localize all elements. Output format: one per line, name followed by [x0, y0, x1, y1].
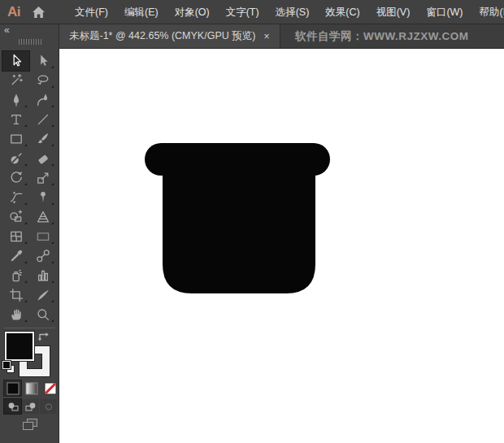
- puppet-warp-pin-icon: [35, 189, 51, 206]
- direct-selection-tool-icon: [35, 53, 51, 69]
- rectangle-tool[interactable]: [2, 129, 29, 149]
- gradient-swatch-icon: [25, 382, 38, 395]
- menu-bar: Ai 文件(F) 编辑(E) 对象(O) 文字(T) 选择(S) 效果(C) 视…: [0, 0, 504, 24]
- draw-normal-button[interactable]: [4, 399, 21, 414]
- eraser-tool[interactable]: [29, 149, 56, 168]
- screen-mode-icon: [20, 417, 40, 432]
- direct-selection-tool[interactable]: [29, 51, 56, 71]
- width-icon: [8, 189, 24, 206]
- scale-icon: [35, 170, 51, 186]
- drawing-mode-buttons: [4, 399, 57, 414]
- symbol-sprayer-icon: [8, 267, 24, 284]
- menu-edit[interactable]: 编辑(E): [116, 0, 167, 24]
- tools-panel: «: [0, 24, 59, 443]
- selection-tool-icon: [8, 53, 24, 69]
- zoom-tool[interactable]: [29, 305, 56, 324]
- perspective-grid-icon: [35, 209, 51, 225]
- menu-object[interactable]: 对象(O): [167, 0, 218, 24]
- magic-wand-tool[interactable]: [2, 71, 29, 90]
- fill-stroke-swatches: [0, 331, 59, 378]
- type-icon: [8, 111, 24, 128]
- selection-tool[interactable]: [2, 51, 29, 71]
- curvature-tool[interactable]: [29, 90, 56, 110]
- color-button[interactable]: [4, 380, 21, 396]
- change-screen-mode-button[interactable]: [0, 417, 59, 432]
- menu-window[interactable]: 窗口(W): [418, 0, 471, 24]
- draw-behind-button[interactable]: [22, 399, 39, 414]
- tools-grid: [2, 51, 56, 324]
- column-graph-icon: [35, 267, 51, 284]
- swap-fill-stroke-icon: [37, 331, 50, 341]
- hand-tool[interactable]: [2, 305, 29, 324]
- watermark-text: 软件自学网：WWW.RJZXW.COM: [295, 24, 468, 48]
- column-graph-tool[interactable]: [29, 266, 56, 285]
- draw-normal-icon: [7, 402, 20, 412]
- lasso-icon: [35, 72, 51, 89]
- menu-file[interactable]: 文件(F): [67, 0, 116, 24]
- document-tab[interactable]: 未标题-1* @ 442.65% (CMYK/GPU 预览) ×: [59, 24, 280, 48]
- paintbrush-tool[interactable]: [29, 129, 56, 149]
- swap-fill-stroke-button[interactable]: [37, 330, 50, 345]
- illustrator-window: Ai 文件(F) 编辑(E) 对象(O) 文字(T) 选择(S) 效果(C) 视…: [0, 0, 504, 443]
- pen-tool[interactable]: [2, 90, 29, 110]
- mesh-tool[interactable]: [2, 227, 29, 246]
- mesh-icon: [8, 228, 24, 245]
- menu-items: 文件(F) 编辑(E) 对象(O) 文字(T) 选择(S) 效果(C) 视图(V…: [67, 0, 504, 24]
- width-tool[interactable]: [2, 188, 29, 207]
- default-fill-stroke-button[interactable]: [2, 361, 15, 373]
- lasso-tool[interactable]: [29, 71, 56, 90]
- puppet-warp-tool[interactable]: [29, 188, 56, 207]
- line-segment-icon: [35, 111, 51, 128]
- shaper-tool[interactable]: [2, 149, 29, 168]
- menu-view[interactable]: 视图(V): [368, 0, 419, 24]
- rectangle-icon: [8, 131, 24, 147]
- symbol-sprayer-tool[interactable]: [2, 266, 29, 285]
- fill-color-swatch[interactable]: [5, 332, 34, 361]
- draw-inside-button[interactable]: [40, 399, 57, 414]
- eyedropper-tool[interactable]: [2, 246, 29, 266]
- shape-builder-tool[interactable]: [2, 207, 29, 227]
- tab-strip: 未标题-1* @ 442.65% (CMYK/GPU 预览) × 软件自学网：W…: [59, 24, 504, 49]
- pen-icon: [8, 92, 24, 108]
- menu-type[interactable]: 文字(T): [218, 0, 267, 24]
- artwork-shape[interactable]: [59, 49, 504, 443]
- perspective-grid-tool[interactable]: [29, 207, 56, 227]
- none-button[interactable]: [41, 380, 59, 396]
- canvas[interactable]: [59, 49, 504, 443]
- slice-tool[interactable]: [29, 285, 56, 305]
- eraser-icon: [35, 150, 51, 167]
- magic-wand-icon: [8, 72, 24, 89]
- gradient-icon: [35, 228, 51, 245]
- blend-icon: [35, 248, 51, 264]
- none-icon: [44, 382, 57, 395]
- draw-behind-icon: [24, 402, 37, 412]
- draw-inside-icon: [42, 402, 55, 412]
- home-icon: [31, 5, 46, 20]
- slice-icon: [35, 287, 51, 303]
- menu-help[interactable]: 帮助(H): [471, 0, 504, 24]
- tab-close-icon[interactable]: ×: [263, 32, 269, 41]
- shaper-icon: [8, 150, 24, 167]
- blend-tool[interactable]: [29, 246, 56, 266]
- menu-select[interactable]: 选择(S): [267, 0, 318, 24]
- home-button[interactable]: [31, 5, 46, 20]
- document-tab-title: 未标题-1* @ 442.65% (CMYK/GPU 预览): [69, 29, 255, 43]
- artboard-tool[interactable]: [2, 285, 29, 305]
- color-icon: [7, 382, 20, 395]
- type-tool[interactable]: [2, 110, 29, 129]
- artwork-body[interactable]: [163, 155, 315, 293]
- appearance-buttons: [4, 380, 59, 396]
- gradient-button[interactable]: [23, 380, 40, 396]
- scale-tool[interactable]: [29, 168, 56, 188]
- rotate-icon: [8, 170, 24, 186]
- app-logo: Ai: [7, 4, 20, 20]
- line-segment-tool[interactable]: [29, 110, 56, 129]
- panel-grip[interactable]: [19, 39, 41, 45]
- gradient-tool[interactable]: [29, 227, 56, 246]
- default-fill-mini-swatch: [2, 361, 11, 369]
- rotate-tool[interactable]: [2, 168, 29, 188]
- collapse-panel-button[interactable]: «: [4, 24, 10, 36]
- paintbrush-icon: [35, 131, 51, 147]
- menu-effect[interactable]: 效果(C): [317, 0, 367, 24]
- shape-builder-icon: [8, 209, 24, 225]
